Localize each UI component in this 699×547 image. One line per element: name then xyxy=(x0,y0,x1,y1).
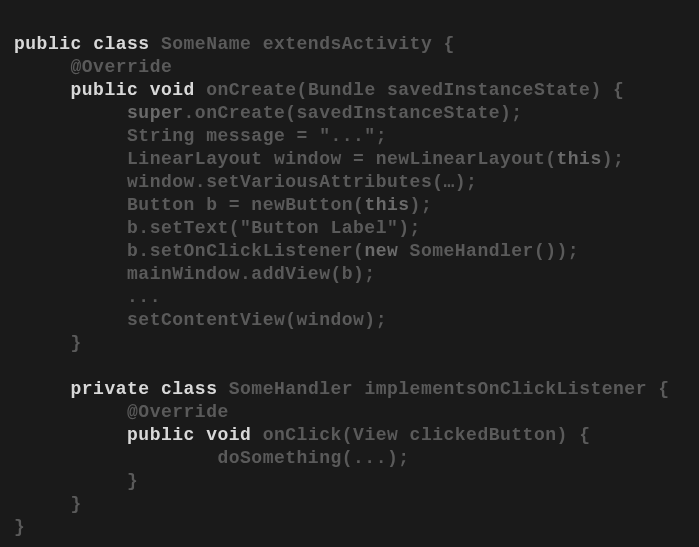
text: ... xyxy=(127,287,161,307)
line-19: doSomething(...); xyxy=(14,448,410,468)
keyword-new: new xyxy=(364,241,398,261)
text: SomeName extendsActivity { xyxy=(150,34,455,54)
line-16: private class SomeHandler implementsOnCl… xyxy=(14,379,670,399)
text: window.setVariousAttributes(…); xyxy=(127,172,477,192)
indent xyxy=(14,103,127,123)
indent xyxy=(14,241,127,261)
text: onClick(View clickedButton) { xyxy=(251,425,590,445)
indent xyxy=(14,149,127,169)
text: @Override xyxy=(127,402,229,422)
indent xyxy=(14,310,127,330)
line-2: @Override xyxy=(14,57,172,77)
indent xyxy=(14,57,71,77)
text: Button b = newButton( xyxy=(127,195,364,215)
text: } xyxy=(71,333,82,353)
line-18: public void onClick(View clickedButton) … xyxy=(14,425,590,445)
line-11: mainWindow.addView(b); xyxy=(14,264,376,284)
indent xyxy=(14,195,127,215)
text: mainWindow.addView(b); xyxy=(127,264,376,284)
text: } xyxy=(71,494,82,514)
line-12: ... xyxy=(14,287,161,307)
indent xyxy=(14,494,71,514)
keyword-this: this xyxy=(364,195,409,215)
indent xyxy=(14,287,127,307)
keyword-public: public xyxy=(14,34,82,54)
text: } xyxy=(14,517,25,537)
indent xyxy=(14,402,127,422)
text: SomeHandler()); xyxy=(398,241,579,261)
indent xyxy=(14,172,127,192)
line-3: public void onCreate(Bundle savedInstanc… xyxy=(14,80,624,100)
indent xyxy=(14,425,127,445)
keyword-public: public xyxy=(127,425,195,445)
indent xyxy=(14,126,127,146)
text: LinearLayout window = newLinearLayout( xyxy=(127,149,556,169)
text: onCreate(Bundle savedInstanceState) { xyxy=(195,80,624,100)
keyword-this: this xyxy=(557,149,602,169)
text: } xyxy=(127,471,138,491)
line-4: super.onCreate(savedInstanceState); xyxy=(14,103,523,123)
line-21: } xyxy=(14,494,82,514)
keyword-class: class xyxy=(161,379,218,399)
text: @Override xyxy=(71,57,173,77)
indent xyxy=(14,218,127,238)
line-22: } xyxy=(14,517,25,537)
text: ); xyxy=(410,195,433,215)
keyword-void: void xyxy=(150,80,195,100)
text: b.setText("Button Label"); xyxy=(127,218,421,238)
text: ); xyxy=(602,149,625,169)
line-8: Button b = newButton(this); xyxy=(14,195,432,215)
line-5: String message = "..."; xyxy=(14,126,387,146)
indent xyxy=(14,379,71,399)
indent xyxy=(14,264,127,284)
indent xyxy=(14,80,71,100)
line-9: b.setText("Button Label"); xyxy=(14,218,421,238)
line-1: public class SomeName extendsActivity { xyxy=(14,34,455,54)
keyword-void: void xyxy=(206,425,251,445)
text: SomeHandler implementsOnClickListener { xyxy=(217,379,669,399)
line-7: window.setVariousAttributes(…); xyxy=(14,172,477,192)
line-17: @Override xyxy=(14,402,229,422)
indent xyxy=(14,448,217,468)
indent xyxy=(14,333,71,353)
text: b.setOnClickListener( xyxy=(127,241,364,261)
keyword-public: public xyxy=(71,80,139,100)
keyword-private: private xyxy=(71,379,150,399)
line-20: } xyxy=(14,471,138,491)
text: setContentView(window); xyxy=(127,310,387,330)
line-10: b.setOnClickListener(new SomeHandler()); xyxy=(14,241,579,261)
indent xyxy=(14,471,127,491)
line-13: setContentView(window); xyxy=(14,310,387,330)
keyword-super: super xyxy=(127,103,184,123)
text: doSomething(...); xyxy=(217,448,409,468)
line-14: } xyxy=(14,333,82,353)
text: .onCreate(savedInstanceState); xyxy=(184,103,523,123)
keyword-class: class xyxy=(93,34,150,54)
code-block: public class SomeName extendsActivity { … xyxy=(0,0,699,547)
line-6: LinearLayout window = newLinearLayout(th… xyxy=(14,149,624,169)
text: String message = "..."; xyxy=(127,126,387,146)
